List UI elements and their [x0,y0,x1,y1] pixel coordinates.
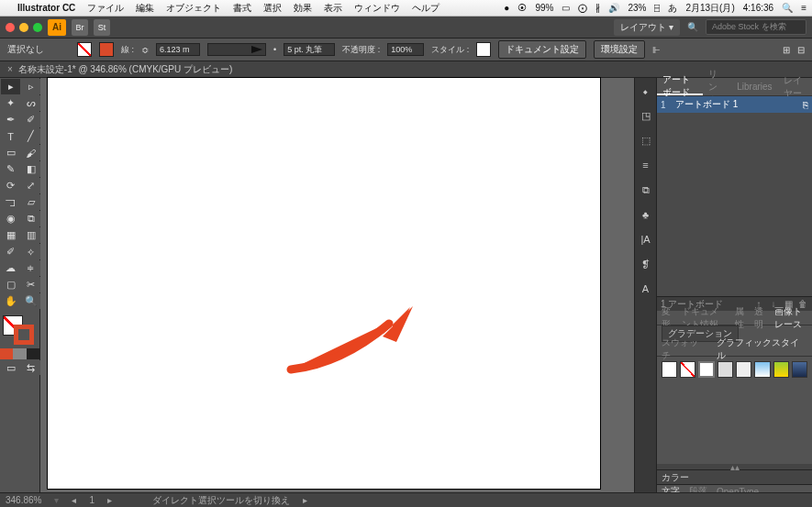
style-cell[interactable] [680,361,695,378]
menu-view[interactable]: 表示 [324,2,342,15]
rect-tool[interactable]: ▭ [1,145,20,160]
style-cell[interactable] [736,361,751,378]
type-tool[interactable]: T [1,128,20,144]
collapsed-panel-2[interactable]: ⬚ [639,133,653,148]
layout-dropdown[interactable]: レイアウト ▾ [614,19,680,36]
style-cell[interactable] [792,361,807,378]
menu-select[interactable]: 選択 [263,2,282,15]
artboard-options-icon[interactable]: ⎘ [803,100,808,110]
collapsed-panel-7[interactable]: ❡ [639,257,653,271]
style-cell[interactable] [698,361,714,378]
collapsed-panel-6[interactable]: |A [639,232,653,247]
menu-effect[interactable]: 効果 [294,2,312,15]
tab-artboards[interactable]: アートボード [657,78,703,95]
style-cell[interactable] [773,361,789,378]
opacity-input[interactable] [387,43,424,56]
mesh-tool[interactable]: ▦ [1,227,20,243]
fill-stroke-control[interactable] [0,314,39,347]
preferences-button[interactable]: 環境設定 [594,40,645,59]
stroke-swatch[interactable] [99,42,114,57]
stroke-width-input[interactable] [156,43,200,56]
volume-icon[interactable]: 🔊 [608,3,619,13]
menu-object[interactable]: オブジェクト [166,2,221,15]
stroke-updown-icon[interactable]: ≎ [141,45,149,55]
pen-tool[interactable]: ✒ [1,112,20,127]
artboard-tool[interactable]: ▢ [1,277,20,292]
artboard[interactable] [48,78,600,489]
align-icon[interactable]: ⊩ [652,45,661,55]
artboard-nav-next-icon[interactable]: ▸ [107,495,112,505]
brush-tool[interactable]: 🖌 [21,145,40,160]
bluetooth-icon[interactable]: ∦ [595,3,600,13]
notification-icon[interactable]: ≡ [801,3,806,13]
tool-hint-more-icon[interactable]: ▸ [303,495,307,505]
collapsed-panel-4[interactable]: ⧉ [639,182,653,197]
line-tool[interactable]: ╱ [21,128,40,144]
collapsed-panel-0[interactable]: ⬥ [639,83,653,98]
zoom-tool[interactable]: 🔍 [21,293,40,309]
collapsed-panel-8[interactable]: A [639,281,653,296]
blend-tool[interactable]: ⟡ [21,244,40,259]
tab-transparency[interactable]: 透明 [750,311,770,325]
brush-profile-input[interactable] [284,43,335,56]
tab-attributes[interactable]: 属性 [730,311,751,325]
menu-type[interactable]: 書式 [233,2,251,15]
menu-window[interactable]: ウィンドウ [354,2,400,15]
bridge-icon[interactable]: Br [72,19,88,36]
artboard-nav-prev-icon[interactable]: ◂ [72,495,76,505]
eraser-tool[interactable]: ◧ [21,161,40,177]
tab-layers[interactable]: レイヤー [778,78,812,95]
stock-icon[interactable]: St [94,19,110,36]
curvature-tool[interactable]: ✐ [21,112,40,127]
menu-file[interactable]: ファイル [87,2,124,15]
magic-wand-tool[interactable]: ✦ [1,95,20,111]
search-icon[interactable]: 🔍 [687,22,698,32]
collapsed-panel-3[interactable]: ≡ [639,158,653,172]
collapsed-panel-5[interactable]: ♣ [639,207,653,222]
artboard-row[interactable]: 1 アートボード 1 ⎘ [657,96,812,113]
symbol-tool[interactable]: ☁ [1,260,20,276]
minimize-window[interactable] [19,23,28,32]
color-mode-row[interactable] [0,348,39,359]
input-source-icon[interactable]: あ [668,2,677,15]
menu-help[interactable]: ヘルプ [412,2,439,15]
direct-select-tool[interactable]: ▹ [21,79,40,94]
screen-mode-normal[interactable]: ▭ [1,360,20,375]
scale-tool[interactable]: ⤢ [21,178,40,193]
close-tab-icon[interactable]: × [7,64,13,74]
eyedropper-tool[interactable]: ✐ [1,244,20,259]
canvas-area[interactable] [40,78,634,499]
maximize-window[interactable] [33,23,42,32]
collapsed-panel-1[interactable]: ◳ [639,108,653,123]
width-tool[interactable]: ⫎ [1,194,20,210]
rotate-tool[interactable]: ⟳ [1,178,20,193]
spotlight-icon[interactable]: 🔍 [782,3,793,13]
zoom-level[interactable]: 346.86% [6,495,41,505]
slice-tool[interactable]: ✂ [21,277,40,292]
tab-swatches[interactable]: スウォッチ [657,342,712,356]
panel-icon-2[interactable]: ⊟ [797,45,805,55]
tab-libraries[interactable]: Libraries [731,78,777,95]
style-swatch[interactable] [476,42,491,57]
lasso-tool[interactable]: ᔕ [21,95,40,111]
color-panel-title[interactable]: カラー [662,471,689,484]
menu-edit[interactable]: 編集 [136,2,154,15]
gradient-tool[interactable]: ▥ [21,227,40,243]
tab-links[interactable]: リンク [703,78,731,95]
stroke-color-box[interactable] [14,325,34,345]
document-setup-button[interactable]: ドキュメント設定 [498,40,586,59]
wifi-icon[interactable]: ⨀ [578,3,587,13]
close-window[interactable] [6,23,15,32]
graph-tool[interactable]: ⫩ [21,260,40,276]
stroke-profile-preview[interactable] [207,43,266,56]
shaper-tool[interactable]: ✎ [1,161,20,177]
tab-graphic-styles[interactable]: グラフィックスタイル [712,342,812,356]
stock-search-input[interactable]: Adobe Stock を検索 [706,19,806,35]
app-name[interactable]: Illustrator CC [17,3,75,13]
style-cell[interactable] [754,361,770,378]
perspective-tool[interactable]: ⧉ [21,211,40,226]
artboard-nav-number[interactable]: 1 [89,495,95,505]
tab-imagetrace[interactable]: 画像トレース [770,311,812,325]
style-cell[interactable] [717,361,733,378]
hand-tool[interactable]: ✋ [1,293,20,309]
